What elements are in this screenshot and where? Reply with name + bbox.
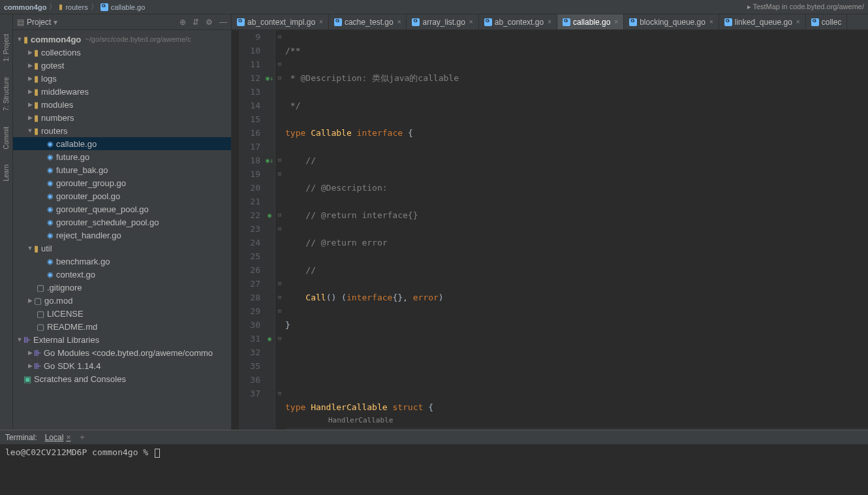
go-file-icon (563, 18, 570, 26)
tree-file[interactable]: ▢LICENSE (13, 307, 231, 320)
tree-file[interactable]: ◉future_bak.go (13, 163, 231, 176)
terminal-body[interactable]: leo@C02CV212MD6P common4go % (0, 445, 868, 495)
run-config-selector[interactable]: ▸ TestMap in code.byted.org/aweme/ (747, 3, 864, 11)
project-view-selector[interactable]: ▤ Project ▾ (17, 18, 57, 27)
expand-all-icon[interactable]: ⇵ (193, 18, 199, 27)
project-tool-window: ▤ Project ▾ ⊕ ⇵ ⚙ — ▼▮ common4go ~/go/sr… (13, 14, 232, 430)
tree-folder[interactable]: ▶▮collections (13, 46, 231, 59)
tree-external-libraries[interactable]: ▼⊪External Libraries (13, 333, 231, 346)
go-file-icon (484, 18, 492, 26)
terminal-prompt: leo@C02CV212MD6P common4go % (5, 447, 153, 457)
implements-icon[interactable]: ◉ (264, 208, 275, 222)
tool-window-project[interactable]: 1: Project (3, 34, 10, 61)
code-content[interactable]: /** * @Description: 类似java的callable */ t… (284, 30, 868, 430)
editor-tab[interactable]: cache_test.go× (329, 14, 407, 29)
close-icon[interactable]: × (614, 18, 618, 25)
tool-window-commit[interactable]: Commit (3, 127, 10, 149)
tree-root[interactable]: ▼▮ common4go ~/go/src/code.byted.org/awe… (13, 33, 231, 46)
tree-scratches[interactable]: ▣Scratches and Consoles (13, 372, 231, 385)
editor-tab[interactable]: ab_context_impl.go× (232, 14, 329, 29)
locate-icon[interactable]: ⊕ (179, 18, 186, 27)
editor-tab[interactable]: collec (806, 14, 848, 29)
close-icon[interactable]: × (469, 18, 473, 25)
tree-file[interactable]: ◉gorouter_group.go (13, 176, 231, 189)
tree-file[interactable]: ◉reject_handler.go (13, 229, 231, 242)
fold-gutter[interactable]: ⊟⊡ ⊟⊡⊡ ⊟⊟⊡⊡⊡ ⊟⊡ (275, 30, 284, 430)
tree-go-sdk[interactable]: ▶⊪Go SDK 1.14.4 (13, 359, 231, 372)
go-file-icon (101, 3, 108, 11)
project-tree[interactable]: ▼▮ common4go ~/go/src/code.byted.org/awe… (13, 30, 231, 430)
breadcrumb-file[interactable]: callable.go (101, 3, 146, 11)
gear-icon[interactable]: ⚙ (206, 18, 213, 27)
chevron-right-icon: 〉 (49, 2, 56, 12)
tree-folder[interactable]: ▶▮modules (13, 98, 231, 111)
tree-file[interactable]: ◉gorouter_queue_pool.go (13, 202, 231, 216)
tree-go-modules[interactable]: ▶⊪Go Modules <code.byted.org/aweme/commo (13, 346, 231, 359)
close-icon[interactable]: × (548, 18, 551, 25)
implements-icon[interactable]: ◉↓ (264, 153, 275, 167)
close-icon[interactable]: × (709, 18, 713, 25)
close-icon[interactable]: × (397, 18, 401, 25)
editor-tabs: ab_context_impl.go× cache_test.go× array… (232, 14, 868, 30)
chevron-right-icon: 〉 (91, 2, 98, 12)
breadcrumb-folder[interactable]: ▮ routers (59, 3, 87, 11)
gutter-icons[interactable]: ◉↓ ◉↓ ◉ ◉ (264, 30, 275, 430)
editor-tab[interactable]: ab_context.go× (479, 14, 557, 29)
breadcrumb-root[interactable]: common4go (4, 3, 46, 11)
editor-tab[interactable]: blocking_queue.go× (624, 14, 719, 29)
go-file-icon (629, 18, 637, 26)
editor-area: ab_context_impl.go× cache_test.go× array… (232, 14, 868, 430)
tree-file[interactable]: ▢.gitignore (13, 281, 231, 294)
code-editor[interactable]: 91011 121314 151617 181920 212223 242526… (232, 30, 868, 430)
tree-folder[interactable]: ▶▮numbers (13, 111, 231, 124)
go-file-icon (237, 18, 245, 26)
line-number-gutter[interactable]: 91011 121314 151617 181920 212223 242526… (240, 30, 264, 430)
terminal-cursor (155, 449, 160, 458)
left-tool-strip: 1: Project 7: Structure Commit Learn (0, 14, 13, 430)
tool-window-learn[interactable]: Learn (3, 165, 10, 182)
tree-file[interactable]: ◉context.go (13, 268, 231, 281)
tool-window-structure[interactable]: 7: Structure (3, 77, 10, 111)
terminal-tool-window: Terminal: Local× ＋ leo@C02CV212MD6P comm… (0, 430, 868, 495)
editor-tab-active[interactable]: callable.go× (557, 14, 624, 29)
go-file-icon (412, 18, 420, 26)
close-icon[interactable]: × (319, 18, 323, 25)
terminal-label: Terminal: (5, 433, 37, 442)
tree-file[interactable]: ◉future.go (13, 150, 231, 163)
tree-file[interactable]: ▢README.md (13, 320, 231, 333)
hide-icon[interactable]: — (219, 18, 227, 27)
tree-file[interactable]: ◉gorouter_schedule_pool.go (13, 216, 231, 229)
implements-icon[interactable]: ◉↓ (264, 71, 275, 85)
tree-folder[interactable]: ▶▮middlewares (13, 85, 231, 98)
marker-strip (232, 30, 240, 430)
terminal-tab-local[interactable]: Local× (45, 433, 71, 442)
editor-tab[interactable]: linked_queue.go× (719, 14, 806, 29)
tree-folder[interactable]: ▶▮logs (13, 72, 231, 85)
editor-tab[interactable]: array_list.go× (407, 14, 478, 29)
override-icon[interactable]: ◉ (264, 332, 275, 345)
navigation-bar: common4go 〉 ▮ routers 〉 callable.go ▸ Te… (0, 0, 868, 14)
go-file-icon (334, 18, 342, 26)
editor-breadcrumb[interactable]: HandlerCallable (326, 411, 395, 430)
new-terminal-button[interactable]: ＋ (78, 432, 86, 443)
go-file-icon (724, 18, 732, 26)
tree-folder-routers[interactable]: ▼▮routers (13, 124, 231, 137)
tree-folder-util[interactable]: ▼▮util (13, 242, 231, 255)
tree-file-callable[interactable]: ◉callable.go (13, 137, 231, 150)
tree-file[interactable]: ◉benchmark.go (13, 255, 231, 268)
tree-folder[interactable]: ▶▮gotest (13, 59, 231, 72)
tree-file[interactable]: ◉gorouter_pool.go (13, 189, 231, 202)
close-icon[interactable]: × (796, 18, 800, 25)
go-file-icon (811, 18, 819, 26)
close-icon[interactable]: × (66, 433, 70, 442)
tree-file[interactable]: ▶▢go.mod (13, 294, 231, 307)
